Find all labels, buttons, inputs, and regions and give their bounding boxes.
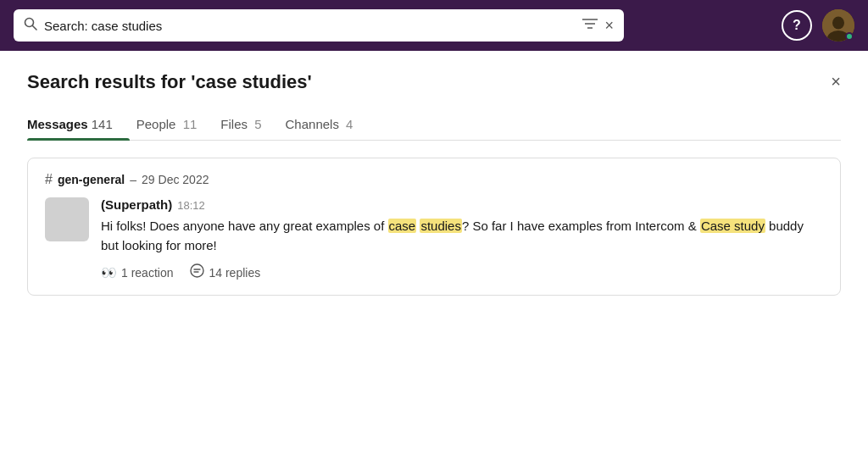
result-date: 29 Dec 2022 <box>142 173 209 186</box>
avatar-status-indicator <box>845 32 854 41</box>
tab-channels[interactable]: Channels 4 <box>286 110 370 140</box>
hash-icon: # <box>45 172 53 187</box>
replies-button[interactable]: 14 replies <box>190 263 260 281</box>
message-actions: 👀 1 reaction 14 replies <box>101 263 823 281</box>
highlight-case-study: Case study <box>700 219 765 233</box>
result-card-header: # gen-general – 29 Dec 2022 <box>45 172 823 187</box>
tab-people[interactable]: People 11 <box>136 110 214 140</box>
topbar-right: ? <box>782 9 854 42</box>
topbar: Search: case studies × ? <box>0 0 868 51</box>
clear-search-icon[interactable]: × <box>604 17 614 35</box>
message-text: Hi folks! Does anyone have any great exa… <box>101 217 823 255</box>
replies-icon <box>190 263 204 281</box>
user-avatar-wrap[interactable] <box>822 9 854 42</box>
message-meta: (Superpath) 18:12 <box>101 197 823 212</box>
highlight-studies: studies <box>420 219 462 233</box>
channel-name[interactable]: gen-general <box>58 173 125 186</box>
highlight-case: case <box>388 219 417 233</box>
main-content: Search results for 'case studies' × Mess… <box>0 51 868 471</box>
message-author: (Superpath) <box>101 197 172 212</box>
result-body: (Superpath) 18:12 Hi folks! Does anyone … <box>45 197 823 281</box>
result-date-separator: – <box>130 173 136 186</box>
message-content: (Superpath) 18:12 Hi folks! Does anyone … <box>101 197 823 281</box>
reaction-emoji: 👀 <box>101 265 117 280</box>
search-icon <box>24 17 37 34</box>
close-results-button[interactable]: × <box>831 73 841 90</box>
search-controls: × <box>582 17 614 35</box>
result-card: # gen-general – 29 Dec 2022 (Superpath) … <box>27 158 841 296</box>
message-author-avatar <box>45 197 89 241</box>
reaction-count: 1 reaction <box>121 266 173 280</box>
svg-point-8 <box>191 264 203 277</box>
results-title: Search results for 'case studies' <box>27 71 312 93</box>
search-input-value: Search: case studies <box>44 19 576 33</box>
replies-count: 14 replies <box>209 266 260 280</box>
svg-point-6 <box>832 17 844 30</box>
help-button[interactable]: ? <box>782 10 812 41</box>
tab-files[interactable]: Files 5 <box>220 110 278 140</box>
reaction-button[interactable]: 👀 1 reaction <box>101 265 173 280</box>
message-time: 18:12 <box>177 199 205 212</box>
tabs-bar: Messages141 People 11 Files 5 Channels 4 <box>27 110 841 141</box>
search-bar[interactable]: Search: case studies × <box>14 9 624 42</box>
tab-messages[interactable]: Messages141 <box>27 110 130 140</box>
svg-line-1 <box>33 26 37 30</box>
filter-icon[interactable] <box>582 18 598 33</box>
results-header: Search results for 'case studies' × <box>27 71 841 93</box>
